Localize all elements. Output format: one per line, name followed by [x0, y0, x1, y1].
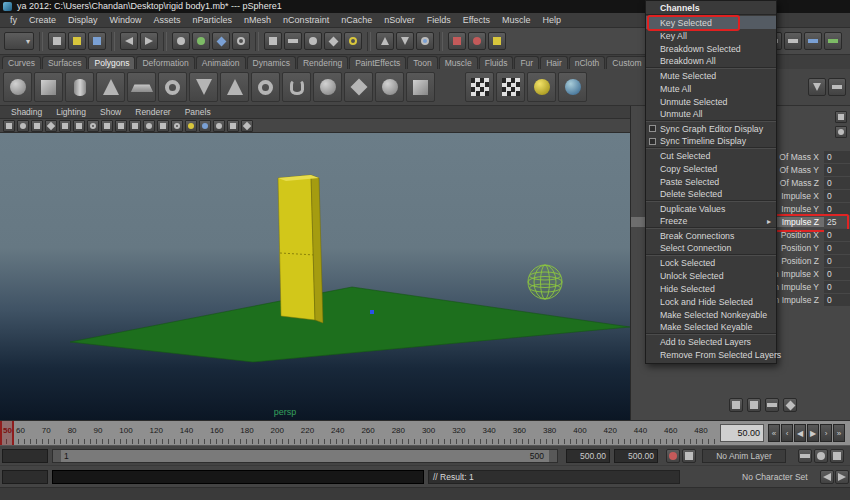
shelf-tab[interactable]: Fluids	[479, 56, 514, 69]
shelf-tab[interactable]: Curves	[2, 56, 41, 69]
shelf-editor-icon[interactable]	[808, 78, 826, 96]
render-layer-icon[interactable]	[747, 398, 761, 412]
panel-menu-item[interactable]: Lighting	[49, 107, 93, 117]
snap-to-curve-icon[interactable]	[284, 32, 302, 50]
shelf-tab[interactable]: Rendering	[297, 56, 348, 69]
channel-value-field[interactable]: 0	[824, 229, 850, 241]
grid-toggle-icon[interactable]	[73, 120, 85, 132]
current-time-field[interactable]: 50.00	[720, 424, 764, 442]
context-menu-item[interactable]: Select Connection ▸	[646, 242, 776, 255]
field-chart-icon[interactable]	[129, 120, 141, 132]
panel-menu-item[interactable]: Shading	[4, 107, 49, 117]
character-set-next-icon[interactable]	[835, 470, 849, 484]
menu-set-selector[interactable]: ▾	[4, 32, 34, 50]
sidebar-layer-editor-icon[interactable]	[824, 32, 842, 50]
shelf-tab[interactable]: Custom	[606, 56, 647, 69]
poly-soccer-ball-icon[interactable]	[313, 72, 342, 102]
context-menu-item[interactable]: Channels ▸	[646, 2, 776, 15]
menu-item[interactable]: nSolver	[378, 15, 421, 25]
shelf-tab[interactable]: Fur	[514, 56, 539, 69]
context-menu-item[interactable]: Unlock Selected ▸	[646, 269, 776, 282]
shelf-tab[interactable]: Hair	[540, 56, 568, 69]
mute-layer-icon[interactable]	[798, 449, 812, 463]
save-scene-icon[interactable]	[88, 32, 106, 50]
context-menu-item[interactable]: Delete Selected ▸	[646, 188, 776, 201]
menu-item[interactable]: Muscle	[496, 15, 537, 25]
shelf-tab[interactable]: Dynamics	[247, 56, 296, 69]
channel-value-field[interactable]: 0	[824, 281, 850, 293]
sidebar-tool-settings-icon[interactable]	[784, 32, 802, 50]
menu-item[interactable]: nCache	[335, 15, 378, 25]
menu-item[interactable]: fy	[4, 15, 23, 25]
make-live-icon[interactable]	[344, 32, 362, 50]
context-menu-item[interactable]: Lock Selected ▸	[646, 256, 776, 269]
range-slider[interactable]: 1 500	[52, 449, 558, 463]
context-menu-item[interactable]: Paste Selected ▸	[646, 175, 776, 188]
context-menu-item[interactable]: Copy Selected ▸	[646, 162, 776, 175]
resolution-gate-icon[interactable]	[101, 120, 113, 132]
shelf-tab[interactable]: nCloth	[569, 56, 606, 69]
menu-item[interactable]: Effects	[457, 15, 496, 25]
shelf-tab[interactable]: Deformation	[136, 56, 194, 69]
poly-plane-icon[interactable]	[127, 72, 156, 102]
safe-action-icon[interactable]	[143, 120, 155, 132]
context-menu-item[interactable]: Freeze ▸	[646, 215, 776, 228]
snap-to-point-icon[interactable]	[304, 32, 322, 50]
snap-to-plane-icon[interactable]	[324, 32, 342, 50]
panel-menu-item[interactable]: Show	[93, 107, 128, 117]
shelf-tab[interactable]: Toon	[407, 56, 437, 69]
poly-cone-icon[interactable]	[96, 72, 125, 102]
undo-icon[interactable]	[120, 32, 138, 50]
context-menu-item[interactable]: Cut Selected ▸	[646, 149, 776, 162]
poly-cube-icon[interactable]	[34, 72, 63, 102]
redo-icon[interactable]	[140, 32, 158, 50]
channel-value-field[interactable]: 0	[824, 242, 850, 254]
lock-camera-icon[interactable]	[17, 120, 29, 132]
shaded-mode-icon[interactable]	[185, 120, 197, 132]
film-gate-icon[interactable]	[87, 120, 99, 132]
context-menu-item[interactable]: Mute All ▸	[646, 82, 776, 95]
channel-value-field[interactable]: 0	[824, 151, 850, 163]
poly-sphere-icon[interactable]	[3, 72, 32, 102]
highlight-selection-icon[interactable]	[232, 32, 250, 50]
context-menu-item[interactable]: Make Selected Nonkeyable ▸	[646, 308, 776, 321]
channel-box-speed-icon[interactable]	[835, 126, 847, 138]
select-by-component-icon[interactable]	[212, 32, 230, 50]
context-menu-item[interactable]: Break Connections ▸	[646, 229, 776, 242]
layer-options-icon[interactable]	[783, 398, 797, 412]
menu-item[interactable]: nConstraint	[277, 15, 335, 25]
shelf-tab[interactable]: PaintEffects	[349, 56, 406, 69]
textured-mode-icon[interactable]	[199, 120, 211, 132]
current-frame-marker[interactable]: 50	[0, 421, 14, 445]
gate-mask-icon[interactable]	[115, 120, 127, 132]
select-by-hierarchy-icon[interactable]	[172, 32, 190, 50]
select-camera-icon[interactable]	[3, 120, 15, 132]
animation-start-field[interactable]	[2, 449, 48, 463]
anim-layer-selector[interactable]: No Anim Layer	[702, 449, 786, 463]
playback-button[interactable]: ›	[820, 424, 832, 442]
poly-cylinder-icon[interactable]	[65, 72, 94, 102]
poly-prism-icon[interactable]	[189, 72, 218, 102]
bookmark-icon[interactable]	[45, 120, 57, 132]
context-menu-item[interactable]: Breakdown Selected ▸	[646, 42, 776, 55]
channel-box-manipulator-icon[interactable]	[835, 111, 847, 123]
construction-history-icon[interactable]	[416, 32, 434, 50]
channel-value-field[interactable]: 0	[824, 190, 850, 202]
layer-weight-icon[interactable]	[830, 449, 844, 463]
menu-item[interactable]: Create	[23, 15, 62, 25]
smooth-mesh-icon[interactable]	[375, 72, 404, 102]
snap-to-grid-icon[interactable]	[264, 32, 282, 50]
command-line-input[interactable]	[52, 470, 424, 484]
select-by-object-icon[interactable]	[192, 32, 210, 50]
checkbox[interactable]	[649, 138, 656, 145]
context-menu-item[interactable]: Hide Selected ▸	[646, 282, 776, 295]
poly-platonic-icon[interactable]	[344, 72, 373, 102]
context-menu-item[interactable]: Duplicate Values ▸	[646, 202, 776, 215]
display-layer-icon[interactable]	[729, 398, 743, 412]
shelf-tab[interactable]: Surfaces	[42, 56, 88, 69]
shelf-tab[interactable]: Animation	[196, 56, 246, 69]
channel-value-field[interactable]: 0	[824, 164, 850, 176]
context-menu-item[interactable]: Unmute All ▸	[646, 108, 776, 121]
sidebar-channel-box-icon[interactable]	[804, 32, 822, 50]
perspective-viewport[interactable]: persp	[0, 133, 630, 420]
